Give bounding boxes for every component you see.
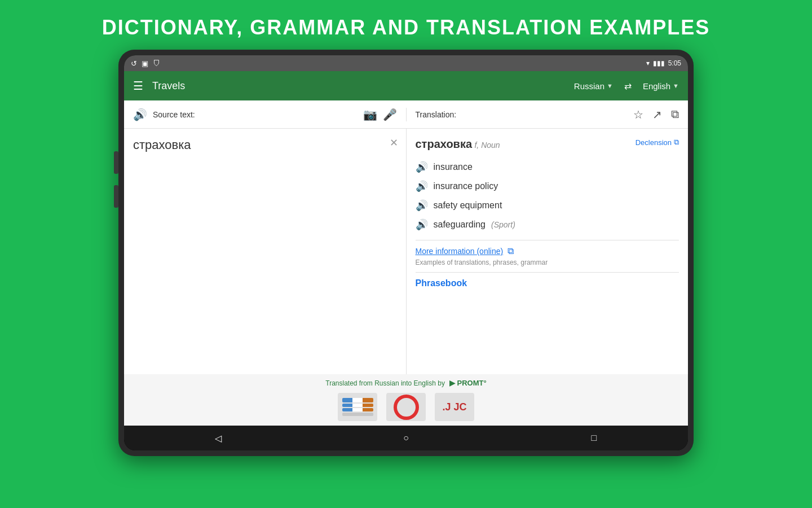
translation-label: Translation: <box>416 110 625 119</box>
translation-0: insurance <box>434 162 473 172</box>
app-thumb-2[interactable] <box>386 393 426 421</box>
microphone-icon[interactable]: 🎤 <box>383 108 397 121</box>
declension-link[interactable]: Declension ⧉ <box>636 138 679 147</box>
translation-3: safeguarding <box>434 220 486 230</box>
source-language-selector[interactable]: Russian ▼ <box>574 81 613 91</box>
translation-toolbar: Translation: ☆ ↗ ⧉ <box>407 108 679 121</box>
toolbar-action-icons: ☆ ↗ ⧉ <box>633 108 679 121</box>
declension-external-icon: ⧉ <box>674 138 679 147</box>
status-left-icons: ↺ ▣ ⛉ <box>131 59 160 68</box>
list-item: 🔊 safety equipment <box>416 196 679 215</box>
more-info-link[interactable]: More information (online) <box>416 247 504 256</box>
tablet-device: ↺ ▣ ⛉ ▾ ▮▮▮ 5:05 ☰ Travels Russian ▼ ⇄ E… <box>118 50 694 456</box>
divider-1 <box>416 240 679 240</box>
target-language-label: English <box>643 81 670 91</box>
translation-category-3: (Sport) <box>491 220 515 229</box>
camera-icon[interactable]: 📷 <box>363 108 377 121</box>
sound-icon-3[interactable]: 🔊 <box>416 218 428 231</box>
divider-2 <box>416 272 679 273</box>
declension-label: Declension <box>636 138 672 147</box>
main-content: 🔊 Source text: 📷 🎤 Translation: ☆ ↗ ⧉ <box>124 100 688 426</box>
volume-up-button[interactable] <box>114 151 118 174</box>
translation-panels: страховка ✕ страховка f, Noun Declension <box>124 129 688 374</box>
refresh-icon: ↺ <box>131 59 137 68</box>
app-thumb-3[interactable]: .J JC <box>435 393 474 421</box>
volume-down-button[interactable] <box>114 185 118 208</box>
sound-icon-1[interactable]: 🔊 <box>416 180 428 192</box>
list-item: 🔊 insurance policy <box>416 177 679 196</box>
home-button[interactable]: ○ <box>395 427 417 449</box>
list-item: 🔊 safeguarding (Sport) <box>416 215 679 234</box>
status-right-icons: ▾ ▮▮▮ 5:05 <box>646 59 681 67</box>
shield-icon: ⛉ <box>153 59 160 68</box>
app-thumb-1[interactable] <box>338 393 377 421</box>
phrasebook-link[interactable]: Phrasebook <box>416 278 467 288</box>
translation-header: страховка f, Noun Declension ⧉ <box>416 138 679 151</box>
more-info-external-icon[interactable]: ⧉ <box>508 246 514 256</box>
sound-icon-0[interactable]: 🔊 <box>416 161 428 173</box>
promt-logo: ▶ PROMT° <box>449 379 487 387</box>
source-text: страховка <box>133 138 191 152</box>
time-display: 5:05 <box>668 59 681 67</box>
list-item: 🔊 insurance <box>416 157 679 177</box>
clear-source-button[interactable]: ✕ <box>390 137 398 149</box>
app-thumbnails: .J JC <box>338 393 474 421</box>
target-language-selector[interactable]: English ▼ <box>643 81 679 91</box>
translation-word-info: страховка f, Noun <box>416 138 500 151</box>
image-icon: ▣ <box>142 59 148 68</box>
source-label: Source text: <box>153 110 195 119</box>
thumb-text-3: .J JC <box>442 401 466 413</box>
app-title: Travels <box>152 80 565 92</box>
translated-by-text: Translated from Russian into English by <box>325 379 445 387</box>
more-info-sub: Examples of translations, phrases, gramm… <box>416 259 679 266</box>
back-button[interactable]: ◁ <box>207 427 230 449</box>
swap-languages-icon[interactable]: ⇄ <box>624 81 632 91</box>
page-title: DICTIONARY, GRAMMAR AND TRANSLATION EXAM… <box>102 0 710 50</box>
status-bar: ↺ ▣ ⛉ ▾ ▮▮▮ 5:05 <box>124 55 688 71</box>
translation-list: 🔊 insurance 🔊 insurance policy 🔊 safety … <box>416 157 679 234</box>
source-lang-arrow-icon: ▼ <box>607 82 613 89</box>
page-title-banner: DICTIONARY, GRAMMAR AND TRANSLATION EXAM… <box>102 0 710 50</box>
target-lang-arrow-icon: ▼ <box>673 82 679 89</box>
wifi-icon: ▾ <box>646 59 650 67</box>
translation-1: insurance policy <box>434 181 498 191</box>
translated-word: страховка <box>416 138 473 150</box>
translator-toolbar: 🔊 Source text: 📷 🎤 Translation: ☆ ↗ ⧉ <box>124 100 688 129</box>
source-language-label: Russian <box>574 81 604 91</box>
more-info-row: More information (online) ⧉ <box>416 246 679 256</box>
translated-by-row: Translated from Russian into English by … <box>325 379 486 387</box>
translation-2: safety equipment <box>434 200 502 211</box>
translator-area: 🔊 Source text: 📷 🎤 Translation: ☆ ↗ ⧉ <box>124 100 688 374</box>
translation-panel: страховка f, Noun Declension ⧉ 🔊 <box>407 129 689 374</box>
recent-apps-button[interactable]: □ <box>582 427 605 449</box>
system-nav-bar: ◁ ○ □ <box>124 426 688 450</box>
battery-icon: ▮▮▮ <box>653 59 665 67</box>
app-bar: ☰ Travels Russian ▼ ⇄ English ▼ <box>124 71 688 100</box>
favorite-icon[interactable]: ☆ <box>633 108 643 121</box>
source-sound-icon[interactable]: 🔊 <box>133 108 147 121</box>
tablet-screen: ↺ ▣ ⛉ ▾ ▮▮▮ 5:05 ☰ Travels Russian ▼ ⇄ E… <box>124 55 688 450</box>
hamburger-menu-icon[interactable]: ☰ <box>133 79 143 93</box>
source-toolbar: 🔊 Source text: 📷 🎤 <box>133 108 407 121</box>
word-gender: f, Noun <box>474 141 500 150</box>
sound-icon-2[interactable]: 🔊 <box>416 199 428 212</box>
copy-icon[interactable]: ⧉ <box>671 108 679 121</box>
share-icon[interactable]: ↗ <box>652 108 662 121</box>
bottom-section: Translated from Russian into English by … <box>124 374 688 426</box>
source-panel[interactable]: страховка ✕ <box>124 129 407 374</box>
